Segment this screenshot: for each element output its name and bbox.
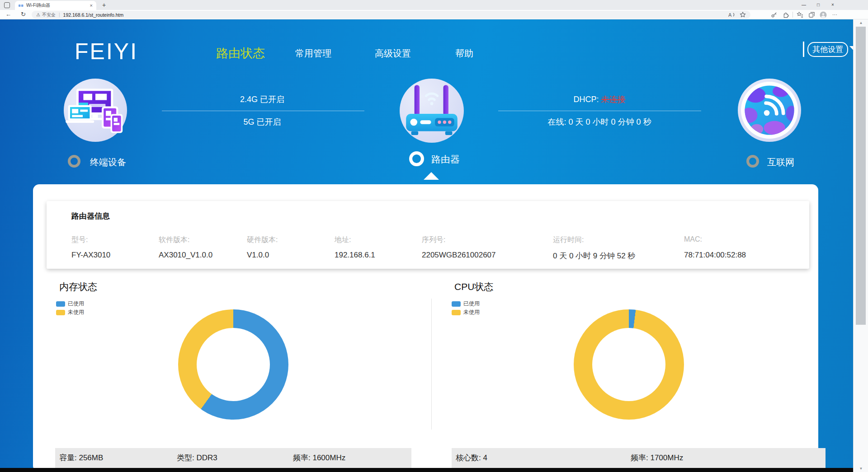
field-value: 78:71:04:00:52:88 [684, 251, 746, 260]
nav-tab-route-status[interactable]: 路由状态 [216, 45, 265, 61]
address-bar[interactable]: ⚠ 不安全 | 192.168.6.1/st_routeinfo.htm A [32, 11, 750, 19]
other-settings-button[interactable]: 其他设置 [807, 42, 848, 57]
memory-frequency: 频率: 1600MHz [293, 448, 345, 468]
legend-used-label: 已使用 [68, 300, 84, 308]
router-node-radio[interactable] [409, 151, 424, 166]
nav-tab-common-management[interactable]: 常用管理 [295, 47, 331, 60]
not-secure-label[interactable]: 不安全 [42, 12, 56, 18]
read-aloud-icon[interactable]: A [728, 12, 735, 18]
legend-used-swatch [56, 301, 65, 307]
device-node-circle[interactable] [64, 79, 127, 142]
status-card: 路由器信息 型号: FY-AX3010 软件版本: AX3010_V1.0.0 … [33, 184, 818, 472]
other-settings-divider [803, 42, 804, 57]
dhcp-status: DHCP: 未连接 [498, 94, 701, 105]
selected-node-caret-icon [424, 172, 439, 180]
memory-legend-free: 未使用 [56, 308, 84, 316]
collections-icon[interactable] [806, 11, 817, 19]
devices-icon [64, 79, 127, 142]
online-time: 在线: 0 天 0 小时 0 分钟 0 秒 [498, 117, 701, 127]
nav-tab-advanced-settings[interactable]: 高级设置 [375, 47, 411, 60]
device-node-label[interactable]: 终端设备 [90, 156, 126, 168]
memory-section-title: 内存状态 [59, 280, 97, 293]
field-label: 硬件版本: [247, 235, 278, 245]
tab-favicon-icon [19, 4, 24, 8]
legend-free-swatch [452, 310, 461, 315]
legend-free-label: 未使用 [463, 308, 480, 316]
internet-node-radio[interactable] [746, 155, 759, 168]
section-divider [431, 299, 432, 430]
router-admin-page: FEIYI 路由状态 常用管理 高级设置 帮助 其他设置 [0, 19, 853, 472]
field-label: 型号: [71, 235, 88, 245]
browser-tab[interactable]: Wi-Fi路由器 × [15, 1, 96, 10]
memory-legend-used: 已使用 [56, 300, 84, 308]
field-label: 序列号: [422, 235, 445, 245]
settings-more-icon[interactable]: ⋯ [829, 11, 841, 19]
internet-node-circle[interactable] [738, 79, 801, 142]
field-label: 地址: [335, 235, 351, 245]
bottom-edge-strip [0, 468, 853, 472]
close-button[interactable]: × [826, 0, 840, 9]
cpu-section-title: CPU状态 [454, 280, 493, 293]
wifi-24g-status: 2.4G 已开启 [160, 94, 364, 105]
legend-used-swatch [452, 301, 461, 307]
tab-actions-icon[interactable] [4, 2, 10, 8]
tab-close-icon[interactable]: × [90, 3, 93, 8]
field-value: AX3010_V1.0.0 [159, 251, 212, 260]
legend-used-label: 已使用 [463, 300, 480, 308]
browser-toolbar: ← ↻ ⚠ 不安全 | 192.168.6.1/st_routeinfo.htm… [0, 10, 868, 19]
toolbar-separator [793, 12, 793, 18]
field-label: 运行时间: [553, 235, 584, 245]
cpu-donut-chart [574, 309, 684, 420]
scrollbar-thumb[interactable] [856, 27, 866, 325]
new-tab-button[interactable]: + [100, 1, 108, 9]
maximize-button[interactable]: □ [811, 0, 826, 9]
nav-tab-help[interactable]: 帮助 [455, 47, 473, 60]
dhcp-value: 未连接 [601, 95, 626, 104]
donut-hole [197, 328, 270, 401]
cpu-legend-free: 未使用 [452, 308, 480, 316]
scroll-down-icon[interactable]: ▼ [854, 467, 868, 471]
dhcp-label: DHCP: [573, 95, 601, 104]
router-info-panel: 路由器信息 型号: FY-AX3010 软件版本: AX3010_V1.0.0 … [47, 201, 809, 269]
add-favorite-icon[interactable] [740, 12, 746, 18]
memory-donut-chart [178, 309, 288, 420]
donut-hole [592, 328, 665, 401]
router-node-circle[interactable] [400, 79, 464, 143]
wifi-5g-status: 5G 已开启 [160, 117, 364, 127]
refresh-icon[interactable]: ↻ [21, 11, 26, 18]
window-controls: — □ × [797, 0, 840, 9]
memory-type: 类型: DDR3 [177, 448, 217, 468]
profile-avatar[interactable] [817, 11, 829, 19]
back-icon[interactable]: ← [5, 11, 11, 18]
minimize-button[interactable]: — [797, 0, 811, 9]
password-key-icon[interactable] [768, 11, 780, 19]
address-url[interactable]: 192.168.6.1/st_routeinfo.htm [63, 12, 724, 18]
screen: Wi-Fi路由器 × + — □ × ← ↻ ⚠ 不安全 | 192.168.6… [0, 0, 868, 472]
device-node-radio[interactable] [68, 155, 80, 168]
svg-text:A: A [728, 12, 732, 18]
scroll-up-icon[interactable]: ▲ [854, 21, 868, 25]
field-label: MAC: [684, 235, 702, 243]
internet-node-label[interactable]: 互联网 [767, 156, 794, 168]
browser-tab-strip: Wi-Fi路由器 × + — □ × [0, 0, 868, 10]
legend-free-swatch [56, 310, 65, 315]
chevron-down-icon[interactable] [849, 46, 853, 53]
field-value: FY-AX3010 [71, 251, 110, 260]
link-line-right [498, 111, 701, 111]
favorites-bar-icon[interactable] [794, 11, 806, 19]
cpu-legend-used: 已使用 [452, 300, 480, 308]
memory-capacity: 容量: 256MB [59, 448, 103, 468]
toolbar-icons: ⋯ [768, 11, 841, 19]
tab-title: Wi-Fi路由器 [26, 2, 88, 9]
field-value: 192.168.6.1 [335, 251, 375, 260]
address-divider: | [59, 12, 60, 17]
router-node-label[interactable]: 路由器 [431, 153, 460, 166]
memory-stats-bar: 容量: 256MB 类型: DDR3 频率: 1600MHz [55, 448, 411, 468]
extensions-puzzle-icon[interactable] [780, 11, 792, 19]
cpu-cores: 核心数: 4 [456, 448, 487, 468]
other-settings-group: 其他设置 [803, 42, 853, 57]
not-secure-warning-icon: ⚠ [36, 12, 40, 17]
field-label: 软件版本: [159, 235, 189, 245]
page-scrollbar[interactable]: ▲ ▼ [853, 19, 868, 472]
cpu-frequency: 频率: 1700MHz [631, 448, 683, 468]
